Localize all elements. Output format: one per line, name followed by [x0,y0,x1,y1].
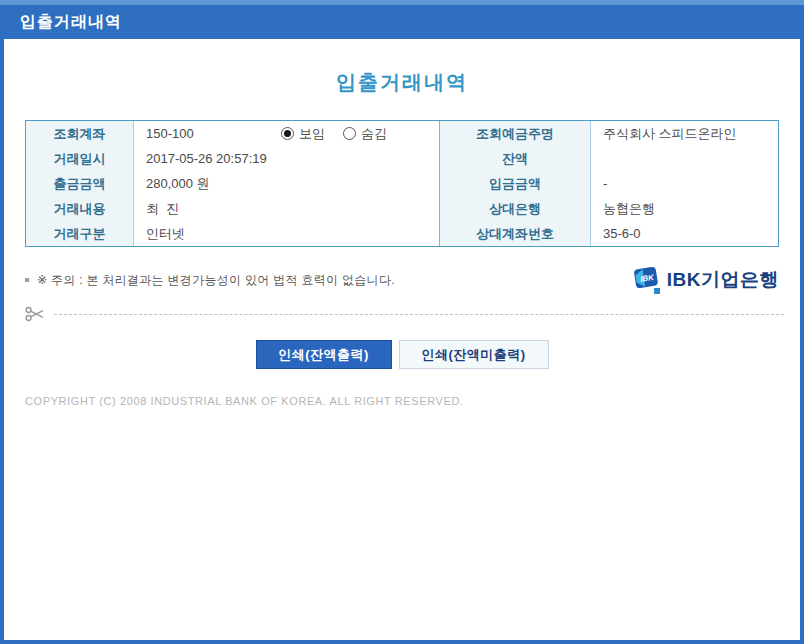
cut-dashed-line [54,314,784,315]
field-value-withdrawal-amount: 280,000 원 [133,171,440,196]
cut-row [25,305,784,323]
field-value-balance [590,146,778,171]
field-label-balance: 잔액 [440,146,590,171]
ibk-logo-wordmark: IBK기업은행 [667,267,779,293]
radio-show-label: 보임 [299,125,325,143]
transaction-info-table: 조회계좌 150-100 보임 숨김 조회예금주명 주식회사 스피드온라인 거래 [25,120,779,247]
field-label-counterpart-account: 상대계좌번호 [440,221,590,246]
ibk-logo: IBK IBK기업은행 [631,265,779,295]
field-value-counterpart-bank: 농협은행 [590,196,778,221]
button-row: 인쇄(잔액출력) 인쇄(잔액미출력) [4,340,800,369]
field-value-transaction-description: 최 진 [133,196,440,221]
print-without-balance-button[interactable]: 인쇄(잔액미출력) [399,340,549,369]
field-label-transaction-description: 거래내용 [26,196,133,221]
field-label-counterpart-bank: 상대은행 [440,196,590,221]
field-label-deposit-amount: 입금금액 [440,171,590,196]
field-value-transaction-type: 인터넷 [133,221,440,246]
inquiry-account-number: 150-100 [146,126,194,141]
page-title: 입출거래내역 [4,69,800,96]
header-title: 입출거래내역 [20,12,122,33]
field-value-counterpart-account: 35-6-0 [590,221,778,246]
copyright-text: COPYRIGHT (C) 2008 INDUSTRIAL BANK OF KO… [25,395,800,407]
field-label-inquiry-account: 조회계좌 [26,121,133,146]
radio-hide-label: 숨김 [361,125,387,143]
notice-text: ※ 주의 : 본 처리결과는 변경가능성이 있어 법적 효력이 없습니다. [37,272,395,289]
field-label-holder-name: 조회예금주명 [440,121,590,146]
scissors-icon [25,305,46,323]
field-value-transaction-datetime: 2017-05-26 20:57:19 [133,146,440,171]
content-area: 입출거래내역 조회계좌 150-100 보임 숨김 조회예금주명 주식 [4,39,800,407]
notice-row: ※ 주의 : 본 처리결과는 변경가능성이 있어 법적 효력이 없습니다. IB… [25,265,779,295]
page: 입출거래내역 입출거래내역 조회계좌 150-100 보임 숨김 [0,0,804,644]
field-value-deposit-amount: - [590,171,778,196]
radio-item-show[interactable]: 보임 [281,125,325,143]
radio-hide-icon[interactable] [343,127,356,140]
ibk-logo-icon: IBK [631,265,663,295]
radio-show-icon[interactable] [281,127,294,140]
field-label-withdrawal-amount: 출금금액 [26,171,133,196]
print-with-balance-button[interactable]: 인쇄(잔액출력) [256,340,392,369]
field-label-transaction-datetime: 거래일시 [26,146,133,171]
field-value-holder-name: 주식회사 스피드온라인 [590,121,778,146]
notice-bullet [25,278,29,282]
header-bar: 입출거래내역 [0,5,804,39]
radio-item-hide[interactable]: 숨김 [343,125,387,143]
account-visibility-radio-group: 보임 숨김 [281,125,387,143]
field-value-inquiry-account: 150-100 보임 숨김 [133,121,440,146]
field-label-transaction-type: 거래구분 [26,221,133,246]
